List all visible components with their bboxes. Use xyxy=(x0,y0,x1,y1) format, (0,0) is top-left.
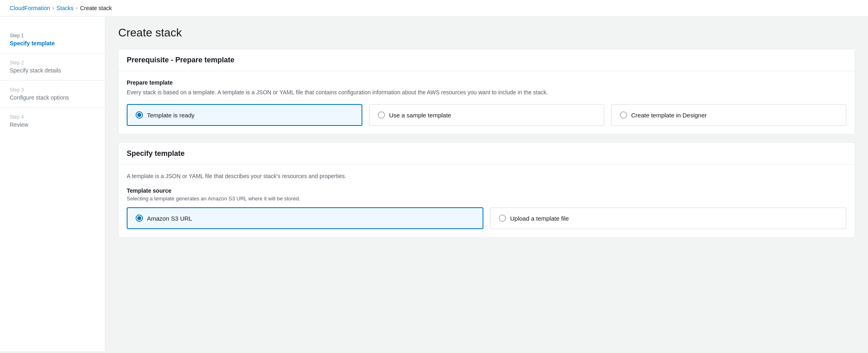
sidebar: Step 1 Specify template Step 2 Specify s… xyxy=(0,17,105,351)
step-1-title: Specify template xyxy=(10,40,95,47)
source-options: Amazon S3 URL Upload a template file xyxy=(127,207,847,229)
breadcrumb-stacks[interactable]: Stacks xyxy=(57,5,74,11)
specify-template-section: Specify template A template is a JSON or… xyxy=(118,142,855,238)
radio-upload-file xyxy=(499,215,506,222)
prerequisite-section: Prerequisite - Prepare template Prepare … xyxy=(118,49,855,134)
radio-template-ready xyxy=(136,111,143,119)
breadcrumb-sep-1: › xyxy=(53,5,54,11)
radio-designer xyxy=(620,111,627,119)
step-3-number: Step 3 xyxy=(10,87,95,93)
radio-sample-template xyxy=(378,111,385,119)
step-3-title: Configure stack options xyxy=(10,94,95,101)
prepare-template-desc: Every stack is based on a template. A te… xyxy=(127,88,847,97)
breadcrumb: CloudFormation › Stacks › Create stack xyxy=(0,0,868,17)
specify-template-title: Specify template xyxy=(127,149,847,158)
specify-template-header: Specify template xyxy=(119,143,855,165)
option-sample-template-label: Use a sample template xyxy=(389,112,451,119)
step-2-title: Specify stack details xyxy=(10,67,95,74)
specify-template-body: A template is a JSON or YAML file that d… xyxy=(119,165,855,237)
prerequisite-body: Prepare template Every stack is based on… xyxy=(119,71,855,134)
page-title: Create stack xyxy=(118,26,855,39)
radio-s3-url xyxy=(136,215,143,222)
specify-template-desc: A template is a JSON or YAML file that d… xyxy=(127,173,847,179)
source-s3-url-label: Amazon S3 URL xyxy=(147,215,192,222)
prerequisite-header: Prerequisite - Prepare template xyxy=(119,49,855,71)
step-4-title: Review xyxy=(10,121,95,128)
sidebar-step-1[interactable]: Step 1 Specify template xyxy=(0,26,105,53)
prepare-template-options: Template is ready Use a sample template … xyxy=(127,104,847,126)
main-layout: Step 1 Specify template Step 2 Specify s… xyxy=(0,17,868,351)
main-content: Create stack Prerequisite - Prepare temp… xyxy=(105,17,868,351)
template-source-label: Template source xyxy=(127,187,847,194)
breadcrumb-cloudformation[interactable]: CloudFormation xyxy=(10,5,50,11)
option-sample-template[interactable]: Use a sample template xyxy=(369,104,604,126)
option-template-ready-label: Template is ready xyxy=(147,112,195,119)
prerequisite-title: Prerequisite - Prepare template xyxy=(127,56,847,64)
breadcrumb-sep-2: › xyxy=(76,5,78,11)
sidebar-step-4[interactable]: Step 4 Review xyxy=(0,108,105,134)
prepare-template-label: Prepare template xyxy=(127,79,847,86)
step-1-number: Step 1 xyxy=(10,33,95,38)
breadcrumb-current: Create stack xyxy=(80,5,112,11)
source-upload-file-label: Upload a template file xyxy=(510,215,569,222)
source-s3-url[interactable]: Amazon S3 URL xyxy=(127,207,483,229)
template-source-sub: Selecting a template generates an Amazon… xyxy=(127,196,847,202)
sidebar-step-2[interactable]: Step 2 Specify stack details xyxy=(0,53,105,81)
source-upload-file[interactable]: Upload a template file xyxy=(490,207,847,229)
option-template-ready[interactable]: Template is ready xyxy=(127,104,362,126)
step-4-number: Step 4 xyxy=(10,114,95,120)
step-2-number: Step 2 xyxy=(10,60,95,66)
option-designer[interactable]: Create template in Designer xyxy=(611,104,847,126)
sidebar-step-3[interactable]: Step 3 Configure stack options xyxy=(0,81,105,108)
option-designer-label: Create template in Designer xyxy=(631,112,707,119)
